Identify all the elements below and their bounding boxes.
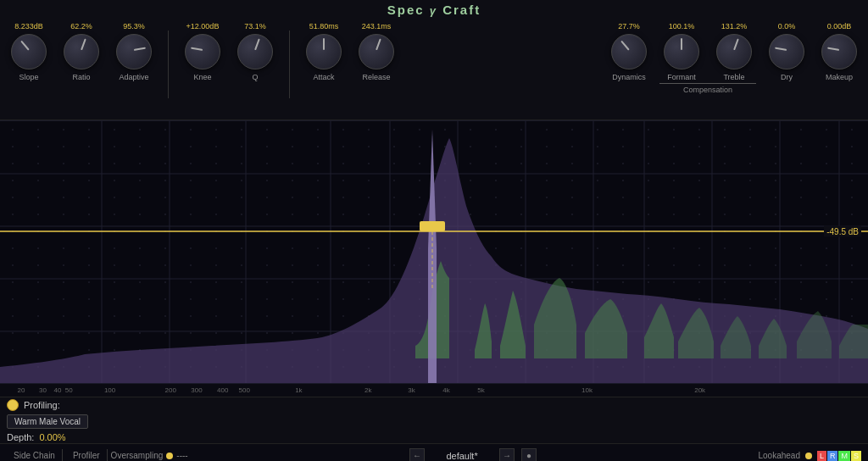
makeup-value: 0.00dB xyxy=(827,22,852,32)
freq-200: 200 xyxy=(165,386,176,394)
depth-label: Depth: xyxy=(7,432,34,442)
threshold-label: -49.5 dB xyxy=(824,225,861,236)
treble-knob[interactable] xyxy=(716,34,752,69)
knee-knob-container: +12.00dB Knee xyxy=(181,22,225,81)
makeup-knob[interactable] xyxy=(821,34,857,69)
release-knob-container: 243.1ms Release xyxy=(354,22,398,81)
tab-sidechain[interactable]: Side Chain xyxy=(7,449,63,461)
badge-r[interactable]: R xyxy=(827,451,838,461)
freq-1k: 1k xyxy=(295,386,302,394)
attack-knob[interactable] xyxy=(306,34,342,69)
q-label: Q xyxy=(252,73,258,81)
release-label: Release xyxy=(362,73,390,81)
adaptive-value: 95.3% xyxy=(123,22,145,32)
dry-knob[interactable] xyxy=(769,34,804,69)
visualizer[interactable]: -49.5 dB xyxy=(0,120,868,383)
q-knob[interactable] xyxy=(237,34,273,69)
release-knob[interactable] xyxy=(359,34,394,69)
svg-rect-19 xyxy=(420,221,445,231)
adaptive-label: Adaptive xyxy=(119,73,148,81)
dry-label: Dry xyxy=(781,73,793,81)
knee-label: Knee xyxy=(193,73,211,81)
depth-value: 0.00% xyxy=(39,432,65,442)
ratio-knob[interactable] xyxy=(64,34,99,69)
title-part1: Spec xyxy=(387,3,425,17)
dynamics-label: Dynamics xyxy=(612,73,646,81)
compensation-label: Compensation xyxy=(659,83,756,94)
lrms-badges: L R M S xyxy=(817,451,861,461)
treble-knob-container: 131.2% Treble xyxy=(712,22,756,81)
badge-s[interactable]: S xyxy=(851,451,861,461)
oversampling-dots: ---- xyxy=(176,451,187,460)
badge-l[interactable]: L xyxy=(817,451,826,461)
treble-label: Treble xyxy=(723,73,744,81)
separator-1 xyxy=(168,31,169,98)
app-title: Spec γ Craft xyxy=(387,3,481,17)
makeup-label: Makeup xyxy=(826,73,853,81)
q-value: 73.1% xyxy=(244,22,266,32)
dynamics-knob[interactable] xyxy=(611,34,647,69)
preset-save-button[interactable]: ● xyxy=(521,448,537,462)
formant-label: Formant xyxy=(667,73,696,81)
oversampling-row: Oversampling ---- xyxy=(111,451,188,460)
depth-row: Depth: 0.00% xyxy=(7,432,88,442)
footer-preset-name: default* xyxy=(428,451,496,461)
ratio-knob-container: 62.2% Ratio xyxy=(59,22,103,81)
freq-500: 500 xyxy=(239,386,250,394)
freq-40: 40 xyxy=(53,386,61,394)
knee-knob[interactable] xyxy=(185,34,220,69)
freq-30: 30 xyxy=(39,386,47,394)
compensation-group: 100.1% Formant 131.2% Treble Compensatio… xyxy=(659,22,756,94)
slope-knob[interactable] xyxy=(11,34,47,69)
footer-right: Lookahead L R M S xyxy=(758,451,861,461)
oversampling-label: Oversampling xyxy=(111,451,164,460)
profiling-label-row: Profiling: xyxy=(7,399,88,411)
next-preset-button[interactable]: → xyxy=(499,448,515,462)
oversampling-power[interactable] xyxy=(166,453,173,459)
slope-label: Slope xyxy=(19,73,38,81)
freq-400: 400 xyxy=(217,386,228,394)
attack-knob-container: 51.80ms Attack xyxy=(302,22,346,81)
adaptive-knob[interactable] xyxy=(116,34,152,69)
separator-2 xyxy=(289,31,290,98)
knee-value: +12.00dB xyxy=(186,22,220,32)
dynamics-value: 27.7% xyxy=(618,22,640,32)
tab-profiler[interactable]: Profiler xyxy=(66,449,108,461)
freq-20: 20 xyxy=(17,386,25,394)
prev-preset-button[interactable]: ← xyxy=(409,448,425,462)
bottom-controls: Profiling: Warm Male Vocal Depth: 0.00% xyxy=(0,397,868,443)
freq-2k: 2k xyxy=(364,386,371,394)
badge-m[interactable]: M xyxy=(838,451,850,461)
ratio-label: Ratio xyxy=(72,73,90,81)
formant-knob-container: 100.1% Formant xyxy=(659,22,704,81)
visualizer-svg xyxy=(0,121,868,383)
footer: Side Chain Profiler Oversampling ---- ← … xyxy=(0,443,868,461)
dynamics-knob-container: 27.7% Dynamics xyxy=(607,22,651,81)
freq-axis: 20 30 40 50 100 200 300 400 500 1k 2k 3k… xyxy=(0,383,868,397)
slope-value: 8.233dB xyxy=(14,22,43,32)
dry-knob-container: 0.0% Dry xyxy=(765,22,809,81)
attack-value: 51.80ms xyxy=(309,22,339,32)
profiling-row: Profiling: Warm Male Vocal Depth: 0.00% xyxy=(7,399,88,442)
formant-knob[interactable] xyxy=(664,34,699,69)
controls-area: 8.233dB Slope 62.2% Ratio 95.3% Adaptive… xyxy=(0,19,868,120)
lookahead-label: Lookahead xyxy=(758,451,800,460)
title-part2: Craft xyxy=(442,3,481,17)
adaptive-knob-container: 95.3% Adaptive xyxy=(112,22,156,81)
freq-50: 50 xyxy=(65,386,73,394)
freq-4k: 4k xyxy=(442,386,449,394)
freq-3k: 3k xyxy=(408,386,415,394)
lookahead-power[interactable] xyxy=(805,453,812,459)
profiling-label: Profiling: xyxy=(24,400,60,410)
right-controls: 27.7% Dynamics 100.1% Formant 131.2% Tre… xyxy=(607,22,861,94)
slope-knob-container: 8.233dB Slope xyxy=(7,22,51,81)
freq-5k: 5k xyxy=(477,386,484,394)
release-value: 243.1ms xyxy=(362,22,392,32)
app-header: Spec γ Craft xyxy=(0,0,868,19)
formant-value: 100.1% xyxy=(669,22,695,32)
freq-20k: 20k xyxy=(694,386,705,394)
profiling-dot[interactable] xyxy=(7,399,19,411)
q-knob-container: 73.1% Q xyxy=(233,22,277,81)
ratio-value: 62.2% xyxy=(70,22,92,32)
preset-button[interactable]: Warm Male Vocal xyxy=(7,414,88,429)
